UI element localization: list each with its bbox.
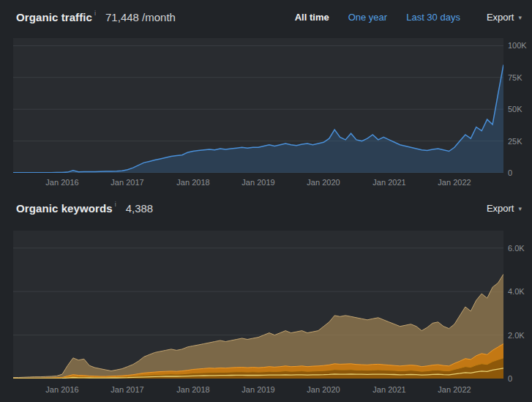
organic-traffic-title: Organic traffic [16, 11, 92, 23]
organic-keywords-title: Organic keywords [16, 202, 113, 215]
organic-traffic-value: 71,448 /month [105, 11, 176, 23]
x-axis-label: Jan 2019 [241, 385, 274, 394]
info-icon[interactable]: i [115, 201, 116, 208]
x-axis-label: Jan 2018 [176, 385, 209, 394]
x-axis-label: Jan 2017 [110, 385, 143, 394]
tab-last-30-days[interactable]: Last 30 days [406, 12, 460, 23]
x-axis-label: Jan 2020 [307, 178, 340, 187]
caret-down-icon: ▾ [518, 205, 522, 212]
y-axis-label: 2.0K [508, 331, 525, 340]
organic-traffic-chart[interactable] [13, 38, 503, 173]
x-axis-label: Jan 2021 [372, 178, 405, 187]
x-axis-label: Jan 2018 [176, 178, 209, 187]
traffic-export-label: Export [487, 12, 514, 23]
keywords-y-axis: 6.0K4.0K2.0K0 [508, 231, 532, 379]
traffic-export-button[interactable]: Export ▾ [487, 12, 522, 23]
x-axis-label: Jan 2017 [110, 178, 143, 187]
y-axis-label: 0 [508, 168, 512, 177]
tab-one-year[interactable]: One year [348, 12, 387, 23]
x-axis-label: Jan 2020 [307, 385, 340, 394]
x-axis-label: Jan 2022 [438, 178, 471, 187]
caret-down-icon: ▾ [518, 14, 522, 21]
x-axis-label: Jan 2016 [45, 385, 78, 394]
y-axis-label: 25K [508, 137, 522, 146]
y-axis-label: 50K [508, 105, 522, 113]
x-axis-label: Jan 2019 [241, 178, 274, 187]
keywords-export-label: Export [487, 203, 514, 214]
keywords-export-button[interactable]: Export ▾ [487, 203, 522, 214]
y-axis-label: 4.0K [508, 287, 525, 296]
x-axis-label: Jan 2016 [45, 178, 78, 187]
x-axis-label: Jan 2022 [438, 385, 471, 394]
traffic-x-axis: Jan 2016Jan 2017Jan 2018Jan 2019Jan 2020… [13, 174, 503, 190]
y-axis-label: 100K [508, 41, 527, 50]
tab-all-time[interactable]: All time [295, 12, 329, 23]
site-explorer-overview: Organic traffic i 71,448 /month All time… [0, 0, 532, 402]
y-axis-label: 75K [508, 73, 522, 82]
keywords-x-axis: Jan 2016Jan 2017Jan 2018Jan 2019Jan 2020… [13, 381, 503, 398]
organic-keywords-chart[interactable] [13, 231, 503, 379]
organic-keywords-value: 4,388 [126, 202, 154, 215]
traffic-y-axis: 100K75K50K25K0 [508, 38, 532, 173]
x-axis-label: Jan 2021 [372, 385, 405, 394]
organic-traffic-header: Organic traffic i 71,448 /month All time… [0, 0, 532, 34]
y-axis-label: 0 [508, 374, 512, 383]
organic-keywords-header: Organic keywords i 4,388 Export ▾ [0, 192, 532, 224]
y-axis-label: 6.0K [508, 244, 525, 253]
info-icon[interactable]: i [94, 10, 96, 17]
